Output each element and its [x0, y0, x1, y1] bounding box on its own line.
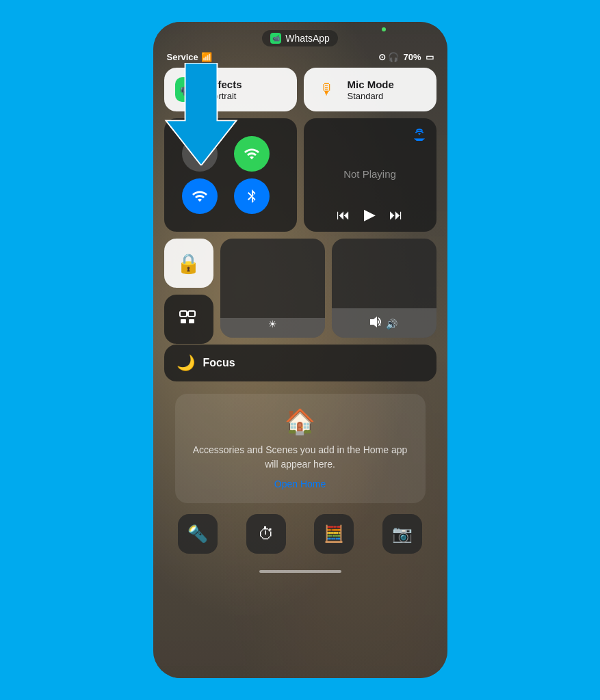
home-description: Accessories and Scenes you add in the Ho…: [189, 443, 412, 472]
cellular-button[interactable]: [234, 136, 270, 172]
lock-rotation-icon: 🔒: [177, 252, 200, 275]
status-service: Service 📶: [167, 52, 212, 62]
flashlight-button[interactable]: 🔦: [178, 514, 218, 554]
play-button[interactable]: ▶: [364, 206, 376, 224]
brightness-icon: ☀: [220, 319, 325, 329]
focus-tile[interactable]: 🌙 Focus: [164, 345, 436, 381]
media-controls: ⏮ ▶ ⏭: [313, 203, 427, 224]
fast-forward-button[interactable]: ⏭: [389, 207, 403, 223]
home-indicator: [259, 570, 341, 573]
brightness-slider[interactable]: ☀: [220, 239, 325, 338]
green-dot: [382, 27, 386, 31]
media-tile: Not Playing ⏮ ▶ ⏭: [304, 118, 436, 232]
whatsapp-indicator: 📹 WhatsApp: [262, 30, 338, 46]
mirror-tile[interactable]: [164, 295, 213, 344]
svg-rect-1: [180, 311, 187, 317]
svg-marker-5: [370, 317, 377, 327]
airplay-icon[interactable]: [412, 126, 427, 145]
service-text: Service: [167, 52, 198, 62]
svg-rect-4: [189, 319, 194, 323]
media-not-playing: Not Playing: [313, 163, 427, 185]
fourth-row: 🌙 Focus: [164, 345, 436, 381]
rewind-button[interactable]: ⏮: [337, 207, 350, 223]
svg-marker-0: [166, 63, 236, 165]
calculator-button[interactable]: 🧮: [314, 514, 354, 554]
bluetooth-button[interactable]: [234, 178, 270, 214]
blue-arrow-icon: [164, 63, 239, 165]
svg-text:*: *: [379, 323, 381, 327]
mic-mode-label: Mic Mode: [348, 79, 394, 91]
mic-tile-text: Mic Mode Standard: [348, 79, 394, 101]
svg-rect-3: [181, 319, 186, 323]
mic-mode-sublabel: Standard: [348, 91, 394, 101]
mic-mode-tile[interactable]: 🎙 Mic Mode Standard: [304, 68, 436, 111]
wifi-icon: 📶: [201, 52, 212, 62]
home-icon: 🏠: [285, 407, 315, 436]
volume-slider[interactable]: * 🔊: [332, 239, 436, 338]
phone-container: 📹 WhatsApp Service 📶 ⊙ 🎧 70% ▭ 📹: [153, 22, 447, 678]
third-row: 🔒: [164, 239, 436, 338]
battery-icon: ▭: [426, 52, 434, 62]
mirror-icon: [179, 310, 198, 329]
whatsapp-label: WhatsApp: [285, 33, 330, 44]
volume-icon: * 🔊: [332, 317, 436, 329]
screen-lock-tile[interactable]: 🔒: [164, 239, 213, 288]
battery-percent: 70%: [403, 52, 421, 62]
moon-icon: 🌙: [177, 354, 195, 372]
whatsapp-icon: 📹: [270, 33, 281, 44]
mic-icon: 🎙: [315, 77, 339, 102]
open-home-button[interactable]: Open Home: [274, 479, 326, 489]
status-bar: 📹 WhatsApp: [153, 22, 447, 51]
left-sm-tiles: 🔒: [164, 239, 213, 338]
timer-button[interactable]: ⏱: [246, 514, 286, 554]
bottom-dock: 🔦 ⏱ 🧮 📷: [153, 503, 447, 567]
camera-button[interactable]: 📷: [382, 514, 422, 554]
headphones-icon: ⊙ 🎧: [378, 52, 400, 62]
status-battery: ⊙ 🎧 70% ▭: [378, 52, 434, 62]
focus-label: Focus: [203, 357, 235, 369]
svg-rect-2: [188, 311, 195, 317]
media-top: [313, 126, 427, 145]
home-section: 🏠 Accessories and Scenes you add in the …: [175, 394, 426, 503]
wifi-button[interactable]: [182, 178, 218, 214]
